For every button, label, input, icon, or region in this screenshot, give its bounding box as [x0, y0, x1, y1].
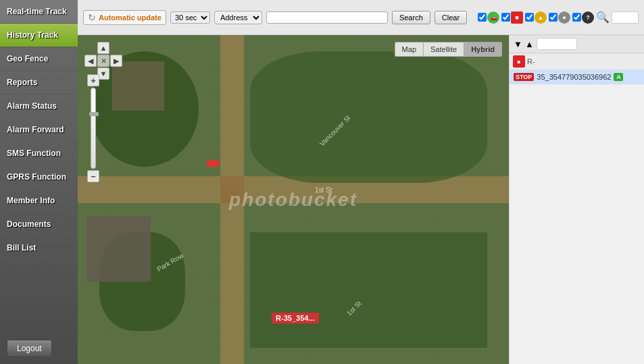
logout-button[interactable]: Logout [7, 340, 52, 357]
stop-icon-small: ■ [513, 55, 525, 68]
sidebar-item-history-track[interactable]: History Track [0, 24, 78, 47]
interval-select[interactable]: 30 sec 1 min 5 min [170, 11, 210, 24]
filter-dark[interactable]: ? [572, 11, 594, 24]
nav-center-button[interactable]: ✕ [97, 55, 109, 67]
logout-area: Logout [0, 333, 78, 364]
green-status-icon: 🚗 [487, 11, 499, 24]
vehicle-map-label: R-35_354... [272, 313, 318, 323]
vehicle-id: 35_354779035036962 [537, 73, 611, 81]
dark-status-icon: ? [582, 11, 594, 24]
zoom-in-button[interactable]: + [87, 74, 99, 86]
vehicle-marker [207, 160, 219, 167]
search-button[interactable]: Search [392, 11, 430, 24]
sidebar-item-bill-list[interactable]: Bill List [0, 236, 78, 260]
nav-right-button[interactable]: ▶ [110, 55, 122, 67]
vehicle-list: STOP 35_354779035036962 A [510, 70, 644, 364]
checkbox-dark[interactable] [572, 13, 581, 22]
yellow-status-icon: ▲ [535, 11, 547, 24]
zoom-controls: + − [87, 74, 99, 182]
sidebar-item-sms-function[interactable]: SMS Function [0, 142, 78, 165]
filter-red[interactable]: ■ [501, 11, 523, 24]
go-badge: A [614, 73, 623, 81]
right-panel: ▼ ▲ ■ R- STOP 35_354779035036962 A [509, 35, 644, 364]
main-toolbar: ↻ Automatic update 30 sec 1 min 5 min Ad… [78, 0, 644, 35]
auto-update-box: ↻ Automatic update [83, 10, 166, 25]
stop-status-icon: ■ [511, 11, 523, 24]
map-type-buttons: Map Satellite Hybrid [395, 42, 502, 57]
auto-update-label: Automatic update [99, 14, 162, 22]
zoom-out-button[interactable]: − [87, 170, 99, 182]
nav-up-button[interactable]: ▲ [97, 42, 109, 54]
icon-row-label: R- [527, 57, 535, 66]
sidebar-item-reports[interactable]: Reports [0, 71, 78, 95]
map-area[interactable]: Vancouver St 1st St Park Row 1st St phot… [78, 35, 509, 364]
sidebar-item-geo-fence[interactable]: Geo Fence [0, 47, 78, 71]
checkbox-yellow[interactable] [525, 13, 534, 22]
sidebar-item-gprs-function[interactable]: GPRS Function [0, 165, 78, 189]
sort-up-icon[interactable]: ▲ [525, 39, 534, 49]
right-panel-icon-row: ■ R- [510, 53, 644, 70]
content-area: Vancouver St 1st St Park Row 1st St phot… [78, 35, 644, 364]
clear-button[interactable]: Clear [435, 11, 467, 24]
map-type-hybrid[interactable]: Hybrid [464, 43, 501, 56]
checkbox-gray[interactable] [549, 13, 558, 22]
map-type-map[interactable]: Map [395, 43, 424, 56]
right-panel-toolbar: ▼ ▲ [510, 35, 644, 53]
zoom-handle[interactable] [89, 112, 99, 116]
filter-yellow[interactable]: ▲ [525, 11, 547, 24]
sidebar: Real-time Track History Track Geo Fence … [0, 0, 78, 364]
zoom-slider[interactable] [91, 88, 96, 169]
gray-status-icon: ● [558, 11, 570, 24]
status-filter-row: 🚗 ■ ▲ ● ? 🔍 [478, 11, 639, 24]
nav-left-button[interactable]: ◀ [84, 55, 97, 67]
filter-gray[interactable]: ● [549, 11, 570, 24]
sidebar-item-documents[interactable]: Documents [0, 213, 78, 236]
address-select[interactable]: Address [214, 11, 262, 24]
refresh-icon[interactable]: ↻ [88, 12, 96, 23]
filter-green[interactable]: 🚗 [478, 11, 499, 24]
sidebar-item-member-info[interactable]: Member Info [0, 189, 78, 213]
intersection [220, 176, 244, 203]
horizontal-road [78, 176, 509, 203]
quick-search-input[interactable] [612, 11, 639, 24]
map-background: Vancouver St 1st St Park Row 1st St phot… [78, 35, 509, 364]
search-glass-icon[interactable]: 🔍 [596, 11, 610, 24]
tree-area-3 [250, 51, 487, 183]
tree-area-4 [250, 232, 487, 347]
road-label-2: 1st St [315, 186, 332, 194]
checkbox-red[interactable] [501, 13, 510, 22]
checkbox-green[interactable] [478, 13, 487, 22]
sidebar-item-alarm-forward[interactable]: Alarm Forward [0, 118, 78, 142]
sort-down-icon[interactable]: ▼ [514, 39, 522, 49]
search-input[interactable] [266, 11, 388, 24]
sidebar-item-realtime-track[interactable]: Real-time Track [0, 0, 78, 24]
list-item[interactable]: STOP 35_354779035036962 A [510, 70, 644, 84]
right-panel-search[interactable] [537, 38, 577, 50]
map-type-satellite[interactable]: Satellite [424, 43, 464, 56]
stop-badge: STOP [514, 73, 534, 81]
building-1 [86, 216, 151, 282]
main-content: ↻ Automatic update 30 sec 1 min 5 min Ad… [78, 0, 644, 364]
sidebar-item-alarm-status[interactable]: Alarm Status [0, 95, 78, 118]
